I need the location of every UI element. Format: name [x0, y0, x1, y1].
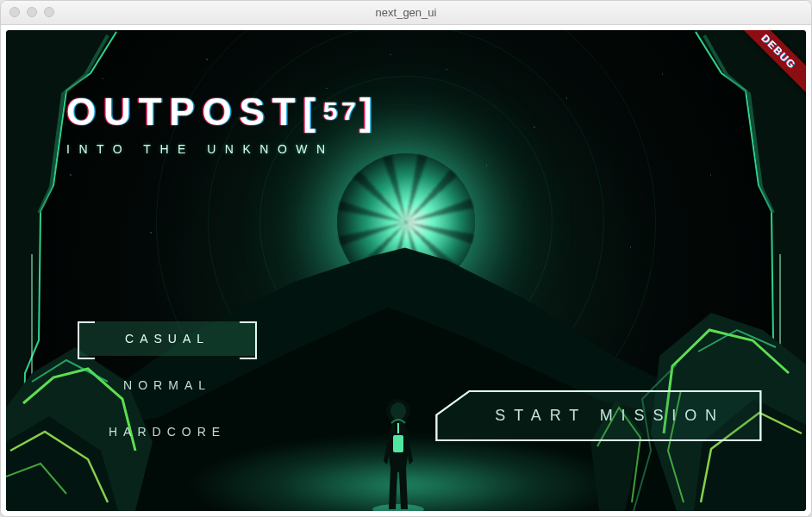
title-number: 57 — [323, 97, 359, 125]
window-title: next_gen_ui — [1, 6, 811, 19]
game-title: OUTPOST[57] — [66, 90, 380, 134]
title-word: OUTPOST — [66, 90, 303, 133]
game-subtitle: INTO THE UNKNOWN — [66, 142, 380, 156]
svg-marker-5 — [437, 391, 761, 440]
svg-point-0 — [372, 504, 424, 511]
difficulty-label: HARDCORE — [109, 425, 226, 439]
zoom-icon[interactable] — [44, 7, 54, 17]
difficulty-menu: CASUAL NORMAL HARDCORE — [79, 321, 255, 449]
bracket-close-icon: ] — [359, 90, 379, 133]
bracket-open-icon: [ — [303, 90, 322, 133]
app-window: next_gen_ui — [0, 0, 812, 517]
start-mission-button[interactable]: START MISSION — [434, 389, 763, 442]
minimize-icon[interactable] — [27, 7, 37, 17]
game-title-block: OUTPOST[57] INTO THE UNKNOWN — [66, 90, 380, 156]
start-button-frame-icon — [434, 389, 763, 442]
titlebar: next_gen_ui — [1, 1, 811, 25]
window-controls — [9, 7, 54, 17]
close-icon[interactable] — [9, 7, 20, 17]
difficulty-label: CASUAL — [125, 332, 209, 346]
difficulty-option-casual[interactable]: CASUAL — [79, 321, 255, 356]
difficulty-option-normal[interactable]: NORMAL — [79, 368, 255, 402]
difficulty-option-hardcore[interactable]: HARDCORE — [79, 414, 255, 449]
game-viewport: OUTPOST[57] INTO THE UNKNOWN CASUAL NORM… — [6, 30, 806, 511]
content-area: OUTPOST[57] INTO THE UNKNOWN CASUAL NORM… — [1, 25, 811, 516]
debug-ribbon: DEBUG — [733, 30, 806, 98]
start-area: START MISSION — [434, 389, 763, 442]
difficulty-label: NORMAL — [123, 378, 211, 392]
